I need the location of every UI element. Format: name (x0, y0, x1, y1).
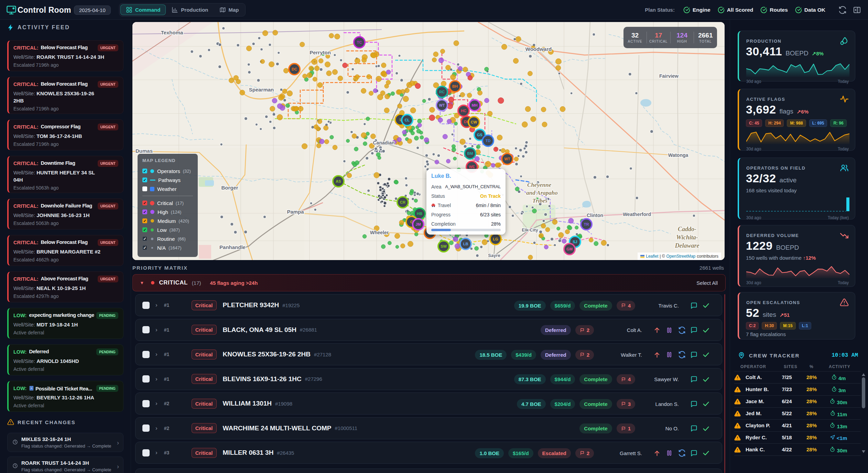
svg-text:AS: AS (336, 179, 341, 183)
svg-text:Wheeler: Wheeler (370, 230, 389, 235)
svg-text:WT: WT (439, 103, 445, 107)
svg-text:Spearman: Spearman (249, 87, 274, 93)
svg-text:Sayre: Sayre (488, 253, 500, 258)
svg-text:Pampa: Pampa (287, 209, 304, 215)
svg-text:BH: BH (452, 84, 458, 88)
svg-text:WE: WE (469, 165, 475, 169)
svg-text:Borger: Borger (221, 185, 238, 191)
svg-text:JM: JM (415, 222, 421, 226)
svg-text:Perryton: Perryton (310, 50, 331, 55)
svg-text:CR: CR (400, 200, 405, 204)
svg-text:Dumas: Dumas (135, 148, 153, 154)
svg-text:HC: HC (461, 109, 466, 113)
svg-text:TC: TC (357, 40, 362, 44)
svg-text:Wichita-: Wichita- (676, 234, 698, 241)
svg-text:Canadian: Canadian (373, 140, 394, 146)
svg-text:DC: DC (292, 67, 297, 71)
svg-text:Elk City: Elk City (522, 227, 538, 233)
svg-text:Panhandle: Panhandle (219, 244, 246, 250)
svg-text:Delaware: Delaware (675, 242, 699, 249)
svg-text:TR: TR (584, 222, 589, 226)
svg-text:CW: CW (471, 120, 477, 124)
svg-text:Texhoma: Texhoma (161, 30, 183, 35)
svg-text:CL: CL (405, 118, 410, 122)
svg-text:SW: SW (441, 244, 447, 248)
svg-text:GS: GS (477, 133, 482, 137)
svg-text:WT: WT (504, 157, 510, 161)
svg-text:Caddo-: Caddo- (678, 226, 696, 233)
svg-text:and Arapaho: and Arapaho (526, 190, 557, 196)
svg-text:RC: RC (439, 90, 445, 94)
svg-text:Clinton: Clinton (587, 213, 603, 218)
svg-text:LG: LG (493, 237, 498, 241)
svg-text:HB: HB (417, 212, 422, 216)
svg-text:TD: TD (486, 139, 491, 143)
svg-text:Cheyenne: Cheyenne (527, 182, 551, 188)
svg-text:GM: GM (566, 247, 573, 251)
svg-text:BM: BM (467, 151, 473, 155)
svg-text:LB: LB (463, 242, 468, 246)
svg-text:MH: MH (471, 103, 477, 107)
svg-text:Weatherford: Weatherford (623, 212, 651, 217)
svg-text:Fairview: Fairview (659, 73, 679, 79)
svg-text:Watonga: Watonga (668, 152, 688, 158)
svg-text:Woodward: Woodward (525, 46, 552, 52)
svg-text:SJ: SJ (573, 240, 577, 244)
svg-text:Tribes: Tribes (532, 197, 547, 204)
